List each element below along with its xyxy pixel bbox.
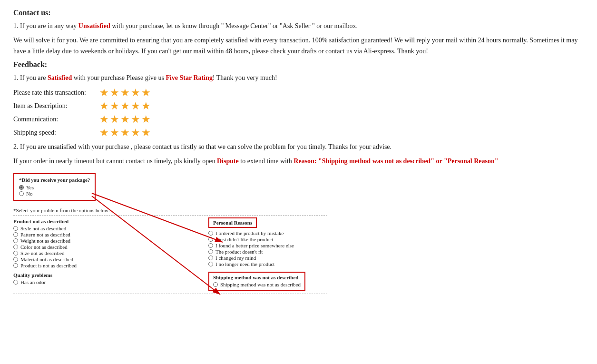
personal-items: I ordered the product by mistake I just … bbox=[208, 230, 305, 267]
rating-label-communication: Communication: bbox=[13, 116, 97, 123]
right-item-2: I found a better price somewhere else bbox=[208, 243, 305, 248]
left-item-6: Product is not as described bbox=[13, 263, 118, 268]
rating-row-shipping: Shipping speed: ★ ★ ★ ★ ★ bbox=[13, 128, 584, 138]
radio-color[interactable] bbox=[13, 245, 18, 249]
contact-point1: 1. If you are in any way Unsatisfied wit… bbox=[13, 21, 584, 31]
right-item-5: I no longer need the product bbox=[208, 261, 305, 267]
no-radio-row: No bbox=[19, 191, 90, 197]
select-problem-area: *Select your problem from the options be… bbox=[13, 207, 327, 294]
rating-label-description: Item as Description: bbox=[13, 102, 97, 110]
contact-title: Contact us: bbox=[13, 9, 584, 17]
stars-description: ★ ★ ★ ★ ★ bbox=[99, 101, 151, 111]
radio-didnt-like[interactable] bbox=[208, 237, 213, 242]
options-columns: Product not as described Style not as de… bbox=[13, 217, 327, 291]
quality-item-0: Has an odor bbox=[13, 279, 118, 285]
left-item-2: Weight not as described bbox=[13, 238, 118, 244]
personal-reasons-box: Personal Reasons bbox=[208, 217, 257, 228]
contact-section: Contact us: 1. If you are in any way Uns… bbox=[13, 9, 584, 57]
left-column: Product not as described Style not as de… bbox=[13, 217, 118, 291]
feedback-point1: 1. If you are Satisfied with your purcha… bbox=[13, 73, 584, 83]
radio-product[interactable] bbox=[13, 263, 18, 268]
screenshot-area: *Did you receive your package? Yes No *S… bbox=[13, 173, 327, 294]
radio-better-price[interactable] bbox=[208, 243, 213, 248]
radio-no-fit[interactable] bbox=[208, 249, 213, 254]
radio-no-longer-need[interactable] bbox=[208, 262, 213, 266]
contact-para1: We will solve it for you. We are committ… bbox=[13, 35, 584, 57]
right-item-1: I just didn't like the product bbox=[208, 236, 305, 242]
yes-radio-row: Yes bbox=[19, 185, 90, 190]
yes-label: Yes bbox=[26, 185, 34, 190]
yes-radio[interactable] bbox=[19, 185, 24, 190]
radio-weight[interactable] bbox=[13, 238, 18, 243]
stars-communication: ★ ★ ★ ★ ★ bbox=[99, 114, 151, 125]
right-item-3: The product doesn't fit bbox=[208, 249, 305, 255]
rating-row-description: Item as Description: ★ ★ ★ ★ ★ bbox=[13, 101, 584, 111]
stars-shipping: ★ ★ ★ ★ ★ bbox=[99, 128, 151, 138]
radio-shipping-method[interactable] bbox=[213, 282, 218, 287]
divider-top bbox=[13, 215, 327, 216]
left-item-3: Color not as described bbox=[13, 244, 118, 250]
feedback-point2: 2. If you are unsatisfied with your purc… bbox=[13, 142, 584, 152]
dispute-form-section: *Did you receive your package? Yes No *S… bbox=[13, 173, 584, 294]
shipping-title: Shipping method was not as described bbox=[213, 275, 301, 280]
rating-label-transaction: Please rate this transaction: bbox=[13, 89, 97, 97]
dispute-para: If your order in nearly timeout but cann… bbox=[13, 156, 584, 167]
shipping-item-0: Shipping method was not as described bbox=[213, 282, 301, 287]
ratings-area: Please rate this transaction: ★ ★ ★ ★ ★ … bbox=[13, 88, 584, 138]
no-radio[interactable] bbox=[19, 191, 24, 196]
left-item-5: Material not as described bbox=[13, 256, 118, 262]
quality-section: Quality problems Has an odor bbox=[13, 272, 118, 285]
right-item-0: I ordered the product by mistake bbox=[208, 230, 305, 236]
rating-row-communication: Communication: ★ ★ ★ ★ ★ bbox=[13, 114, 584, 125]
feedback-title: Feedback: bbox=[13, 60, 584, 69]
no-label: No bbox=[26, 191, 32, 197]
select-problem-label: *Select your problem from the options be… bbox=[13, 207, 327, 213]
radio-odor[interactable] bbox=[13, 280, 18, 285]
right-item-4: I changed my mind bbox=[208, 255, 305, 261]
radio-size[interactable] bbox=[13, 251, 18, 256]
package-question-box: *Did you receive your package? Yes No bbox=[13, 173, 96, 201]
left-item-0: Style not as described bbox=[13, 226, 118, 231]
rating-row-transaction: Please rate this transaction: ★ ★ ★ ★ ★ bbox=[13, 88, 584, 98]
shipping-box: Shipping method was not as described Shi… bbox=[208, 272, 305, 291]
radio-material[interactable] bbox=[13, 257, 18, 262]
left-item-4: Size not as described bbox=[13, 250, 118, 256]
feedback-section: Feedback: 1. If you are Satisfied with y… bbox=[13, 60, 584, 167]
radio-mistake[interactable] bbox=[208, 231, 213, 236]
stars-transaction: ★ ★ ★ ★ ★ bbox=[99, 88, 151, 98]
package-question-label: *Did you receive your package? bbox=[19, 177, 90, 183]
left-item-1: Pattern not as described bbox=[13, 232, 118, 237]
quality-title: Quality problems bbox=[13, 272, 118, 278]
right-column: Personal Reasons I ordered the product b… bbox=[208, 217, 305, 291]
radio-pattern[interactable] bbox=[13, 232, 18, 237]
divider-bottom bbox=[13, 294, 327, 294]
rating-label-shipping: Shipping speed: bbox=[13, 129, 97, 137]
product-not-described-title: Product not as described bbox=[13, 218, 118, 224]
radio-style[interactable] bbox=[13, 226, 18, 231]
radio-changed-mind[interactable] bbox=[208, 256, 213, 260]
